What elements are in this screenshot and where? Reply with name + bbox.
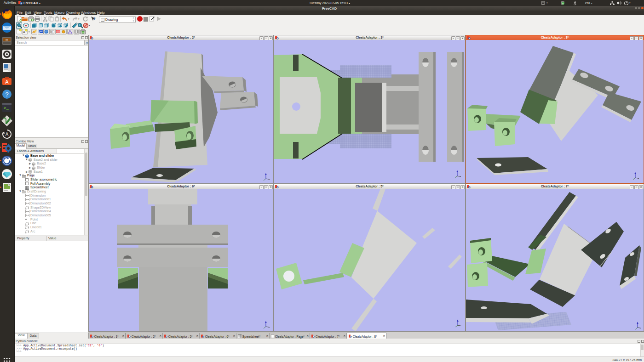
svg-text:?: ? (93, 17, 96, 21)
svg-text:?: ? (5, 91, 8, 98)
svg-text:A: A (6, 132, 9, 137)
svg-text:M: M (51, 31, 52, 34)
svg-text:A: A (5, 79, 9, 85)
svg-text:A: A (23, 30, 25, 34)
svg-text:>_: >_ (4, 106, 9, 111)
